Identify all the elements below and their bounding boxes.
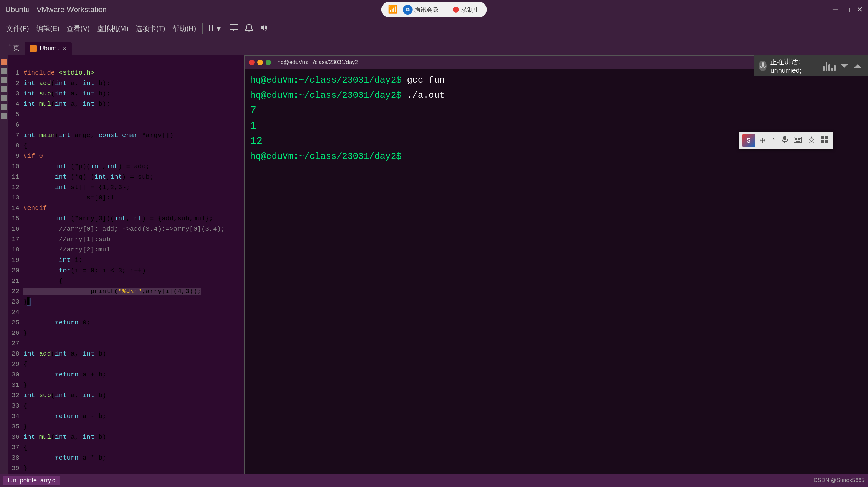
sogou-logo: S <box>742 134 755 147</box>
terminal-window[interactable]: hq@eduVm: ~/class/23031/day2 hq@eduVm:~/… <box>244 55 868 487</box>
terminal-line-final: hq@eduVm:~/class/23031/day2$ <box>250 149 862 164</box>
code-content: 1 2 3 4 5 6 7 8 9 10 11 12 13 14 15 16 1… <box>8 55 250 487</box>
expand-controls <box>839 61 863 71</box>
sidebar-icon-3 <box>1 77 7 83</box>
ime-apps-btn[interactable] <box>819 136 830 146</box>
svg-rect-6 <box>762 62 764 67</box>
ime-tools-btn[interactable] <box>806 136 817 146</box>
svg-marker-10 <box>854 64 861 68</box>
svg-rect-18 <box>799 138 800 139</box>
tab-home[interactable]: 主页 <box>2 41 25 55</box>
menu-tab[interactable]: 选项卡(T) <box>133 23 168 34</box>
speaking-text: 正在讲话: unhurried; <box>770 57 819 75</box>
terminal-title: hq@eduVm: ~/class/23031/day2 <box>277 59 358 66</box>
svg-rect-21 <box>796 139 797 140</box>
notification-btn[interactable] <box>242 23 256 35</box>
minimize-btn[interactable]: ─ <box>833 5 838 14</box>
rec-dot <box>453 7 459 13</box>
menu-file[interactable]: 文件(F) <box>3 23 32 34</box>
svg-rect-26 <box>825 136 828 139</box>
sidebar-icon-5 <box>1 95 7 101</box>
terminal-maximize-btn[interactable] <box>266 60 271 65</box>
terminal-output-1: 7 <box>250 103 862 118</box>
svg-rect-22 <box>798 139 799 140</box>
status-bar: fun_pointe_arry.c CSDN @Sunqk5665 <box>0 474 868 487</box>
terminal-cursor <box>403 152 403 161</box>
ime-dot-btn[interactable]: ° <box>770 137 777 145</box>
main-content: 1 2 3 4 5 6 7 8 9 10 11 12 13 14 15 16 1… <box>0 55 868 487</box>
svg-rect-25 <box>821 136 824 139</box>
terminal-prompt-1: hq@eduVm:~/class/23031/day2$ <box>250 75 402 85</box>
pause-icon <box>209 25 213 31</box>
terminal-close-btn[interactable] <box>249 60 255 65</box>
svg-rect-24 <box>796 141 800 142</box>
terminal-body: hq@eduVm:~/class/23031/day2$ gcc fun hq@… <box>245 69 868 168</box>
tab-close-btn[interactable]: ✕ <box>62 46 67 51</box>
ime-toolbar: S 中 ° <box>739 132 833 149</box>
tencent-label: 腾讯会议 <box>414 6 439 14</box>
menu-help[interactable]: 帮助(H) <box>170 23 199 34</box>
svg-rect-27 <box>821 140 824 143</box>
menu-edit[interactable]: 编辑(E) <box>34 23 62 34</box>
sidebar-icon-6 <box>1 104 7 110</box>
maximize-btn[interactable]: □ <box>845 5 850 14</box>
terminal-prompt-2: hq@eduVm:~/class/23031/day2$ <box>250 90 402 101</box>
mic-icon <box>759 61 767 71</box>
terminal-cmd-1: gcc fun <box>402 75 445 85</box>
tab-ubuntu[interactable]: Ubuntu ✕ <box>25 42 72 55</box>
audio-wave <box>823 61 836 71</box>
left-sidebar <box>0 55 8 487</box>
speaking-bar: 正在讲话: unhurried; <box>754 55 868 76</box>
menu-toolbar: 文件(F) 编辑(E) 查看(V) 虚拟机(M) 选项卡(T) 帮助(H) ▼ <box>0 19 868 38</box>
title-bar: Ubuntu - VMware Workstation 📶 腾 腾讯会议 | 录… <box>0 0 868 19</box>
pause-btn[interactable]: ▼ <box>206 24 225 34</box>
window-controls: ─ □ ✕ <box>833 5 863 14</box>
menu-view[interactable]: 查看(V) <box>64 23 93 34</box>
sidebar-icon-4 <box>1 86 7 92</box>
tab-bar: 主页 Ubuntu ✕ <box>0 38 868 55</box>
display-btn[interactable] <box>227 23 241 34</box>
svg-rect-11 <box>783 136 786 140</box>
close-btn[interactable]: ✕ <box>857 5 863 14</box>
svg-rect-15 <box>795 138 796 139</box>
signal-icon: 📶 <box>388 5 397 14</box>
svg-rect-16 <box>796 138 797 139</box>
tab-ubuntu-label: Ubuntu <box>40 45 60 52</box>
audio-btn[interactable] <box>257 23 270 34</box>
svg-rect-23 <box>799 139 800 140</box>
terminal-cmd-2: ./a.out <box>402 90 445 101</box>
terminal-minimize-btn[interactable] <box>257 60 263 65</box>
svg-marker-9 <box>841 64 848 68</box>
svg-text:腾: 腾 <box>405 8 410 12</box>
svg-rect-2 <box>230 24 238 29</box>
tencent-meeting-btn[interactable]: 腾 腾讯会议 <box>403 5 439 15</box>
filename-label: fun_pointe_arry.c <box>3 476 60 485</box>
menu-vm[interactable]: 虚拟机(M) <box>94 23 131 34</box>
ubuntu-tab-icon <box>30 45 37 52</box>
svg-point-5 <box>248 31 250 32</box>
center-toolbar: 📶 腾 腾讯会议 | 录制中 <box>381 2 487 17</box>
ime-keyboard-btn[interactable] <box>792 136 803 145</box>
terminal-line-2: hq@eduVm:~/class/23031/day2$ ./a.out <box>250 88 862 103</box>
csdn-label: CSDN @Sunqk5665 <box>814 477 865 484</box>
recording-btn[interactable]: 录制中 <box>453 6 480 14</box>
ime-chinese-btn[interactable]: 中 <box>758 136 767 145</box>
tab-home-label: 主页 <box>7 44 19 51</box>
terminal-prompt-3: hq@eduVm:~/class/23031/day2$ <box>250 151 402 162</box>
terminal-output-2: 1 <box>250 118 862 134</box>
svg-rect-19 <box>800 138 801 139</box>
tencent-icon: 腾 <box>403 5 412 15</box>
ime-mic-btn[interactable] <box>780 135 790 146</box>
toolbar-separator <box>202 23 203 34</box>
sidebar-icon-1 <box>1 59 7 65</box>
sidebar-icon-2 <box>1 68 7 74</box>
sidebar-icon-7 <box>1 113 7 119</box>
code-editor[interactable]: 1 2 3 4 5 6 7 8 9 10 11 12 13 14 15 16 1… <box>8 55 250 487</box>
rec-label: 录制中 <box>461 6 480 14</box>
svg-rect-20 <box>795 139 796 140</box>
code-divider <box>23 287 250 287</box>
svg-rect-28 <box>825 140 828 143</box>
svg-rect-17 <box>798 138 799 139</box>
